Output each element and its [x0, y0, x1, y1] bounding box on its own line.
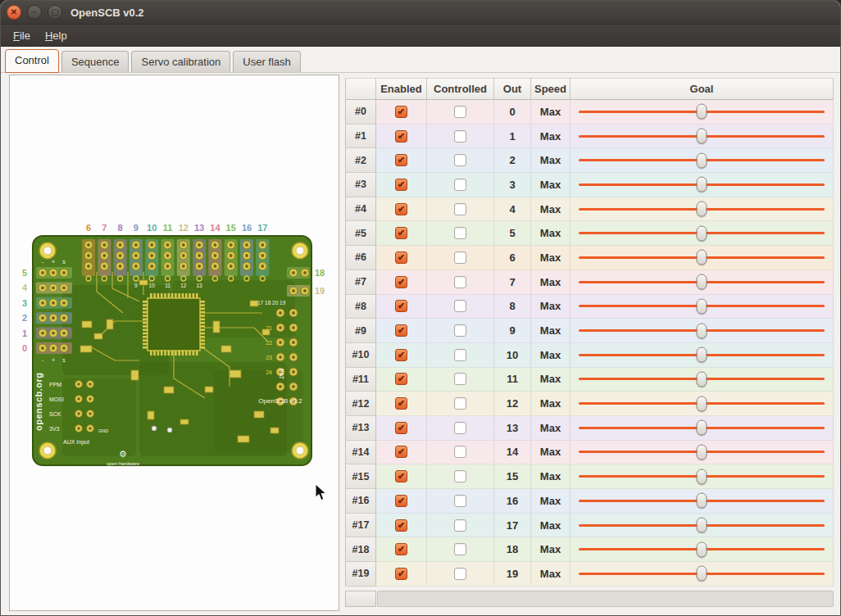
row-header[interactable]: #14 — [345, 441, 376, 465]
slider-handle[interactable] — [697, 420, 707, 436]
enabled-checkbox[interactable]: ✔ — [395, 130, 407, 143]
goal-slider[interactable] — [571, 270, 834, 295]
slider-handle[interactable] — [697, 129, 707, 144]
row-header[interactable]: #17 — [345, 514, 376, 538]
speed-value[interactable]: Max — [531, 514, 571, 538]
controlled-checkbox[interactable] — [454, 543, 466, 555]
enabled-checkbox[interactable]: ✔ — [395, 300, 407, 312]
row-header[interactable]: #7 — [345, 270, 376, 295]
speed-value[interactable]: Max — [531, 173, 571, 197]
enabled-checkbox[interactable]: ✔ — [395, 495, 407, 507]
goal-slider[interactable] — [571, 100, 834, 125]
row-header[interactable]: #0 — [345, 100, 376, 125]
controlled-checkbox[interactable] — [454, 276, 466, 288]
tab-servo-calibration[interactable]: Servo calibration — [131, 51, 230, 72]
row-header[interactable]: #18 — [345, 537, 376, 562]
row-header[interactable]: #2 — [345, 148, 376, 173]
column-header-goal[interactable]: Goal — [571, 78, 834, 100]
controlled-checkbox[interactable] — [454, 373, 466, 385]
enabled-checkbox[interactable]: ✔ — [395, 227, 407, 239]
slider-handle[interactable] — [697, 469, 707, 484]
controlled-checkbox[interactable] — [454, 495, 466, 507]
menu-item-file[interactable]: File — [6, 27, 38, 44]
row-header[interactable]: #4 — [345, 197, 376, 222]
speed-value[interactable]: Max — [531, 197, 571, 222]
controlled-checkbox[interactable] — [454, 422, 466, 434]
speed-value[interactable]: Max — [531, 368, 571, 392]
controlled-checkbox[interactable] — [454, 203, 466, 215]
speed-value[interactable]: Max — [531, 464, 571, 489]
menu-item-help[interactable]: Help — [38, 27, 75, 44]
goal-slider[interactable] — [571, 148, 834, 173]
controlled-checkbox[interactable] — [454, 106, 466, 118]
goal-slider[interactable] — [571, 392, 834, 416]
row-header[interactable]: #8 — [345, 295, 376, 319]
goal-slider[interactable] — [571, 221, 834, 246]
enabled-checkbox[interactable]: ✔ — [395, 543, 407, 555]
row-header[interactable]: #12 — [345, 392, 376, 416]
enabled-checkbox[interactable]: ✔ — [395, 349, 407, 361]
enabled-checkbox[interactable]: ✔ — [395, 324, 407, 337]
goal-slider[interactable] — [571, 197, 834, 222]
enabled-checkbox[interactable]: ✔ — [395, 106, 407, 118]
tab-control[interactable]: Control — [5, 49, 59, 73]
row-header[interactable]: #16 — [345, 489, 376, 514]
speed-value[interactable]: Max — [531, 270, 571, 295]
slider-handle[interactable] — [697, 152, 707, 168]
enabled-checkbox[interactable]: ✔ — [395, 446, 407, 458]
enabled-checkbox[interactable]: ✔ — [395, 251, 407, 264]
controlled-checkbox[interactable] — [454, 251, 466, 264]
speed-value[interactable]: Max — [531, 489, 571, 514]
slider-handle[interactable] — [697, 518, 707, 533]
controlled-checkbox[interactable] — [454, 470, 466, 482]
speed-value[interactable]: Max — [531, 416, 571, 441]
tab-user-flash[interactable]: User flash — [233, 51, 301, 72]
enabled-checkbox[interactable]: ✔ — [395, 154, 407, 166]
column-header-speed[interactable]: Speed — [531, 78, 571, 100]
tab-sequence[interactable]: Sequence — [61, 51, 130, 72]
row-header[interactable]: #13 — [345, 416, 376, 441]
row-header[interactable]: #6 — [345, 246, 376, 270]
enabled-checkbox[interactable]: ✔ — [395, 422, 407, 434]
row-header[interactable]: #1 — [345, 125, 376, 149]
row-header[interactable]: #3 — [345, 173, 376, 197]
slider-handle[interactable] — [697, 493, 707, 509]
hscrollbar-corner[interactable] — [345, 591, 376, 607]
goal-slider[interactable] — [571, 125, 834, 149]
slider-handle[interactable] — [697, 177, 707, 192]
slider-handle[interactable] — [697, 371, 707, 387]
controlled-checkbox[interactable] — [454, 324, 466, 337]
slider-handle[interactable] — [697, 298, 707, 314]
column-header-enabled[interactable]: Enabled — [376, 78, 427, 100]
maximize-button[interactable]: ▢ — [48, 5, 62, 20]
controlled-checkbox[interactable] — [454, 300, 466, 312]
controlled-checkbox[interactable] — [454, 154, 466, 166]
controlled-checkbox[interactable] — [454, 519, 466, 532]
enabled-checkbox[interactable]: ✔ — [395, 276, 407, 288]
speed-value[interactable]: Max — [531, 148, 571, 173]
column-header-out[interactable]: Out — [494, 78, 531, 100]
row-header[interactable]: #5 — [345, 221, 376, 246]
row-header[interactable]: #9 — [345, 319, 376, 343]
controlled-checkbox[interactable] — [454, 130, 466, 143]
enabled-checkbox[interactable]: ✔ — [395, 203, 407, 215]
slider-handle[interactable] — [697, 347, 707, 363]
goal-slider[interactable] — [571, 319, 834, 343]
controlled-checkbox[interactable] — [454, 568, 466, 580]
speed-value[interactable]: Max — [531, 441, 571, 465]
row-header[interactable]: #15 — [345, 464, 376, 489]
slider-handle[interactable] — [697, 396, 707, 411]
row-header[interactable]: #11 — [345, 368, 376, 392]
enabled-checkbox[interactable]: ✔ — [395, 373, 407, 385]
enabled-checkbox[interactable]: ✔ — [395, 568, 407, 580]
speed-value[interactable]: Max — [531, 125, 571, 149]
slider-handle[interactable] — [697, 274, 707, 290]
speed-value[interactable]: Max — [531, 537, 571, 562]
controlled-checkbox[interactable] — [454, 446, 466, 458]
slider-handle[interactable] — [697, 541, 707, 557]
row-header[interactable]: #19 — [345, 562, 376, 587]
speed-value[interactable]: Max — [531, 319, 571, 343]
goal-slider[interactable] — [571, 173, 834, 197]
slider-handle[interactable] — [697, 225, 707, 241]
speed-value[interactable]: Max — [531, 221, 571, 246]
